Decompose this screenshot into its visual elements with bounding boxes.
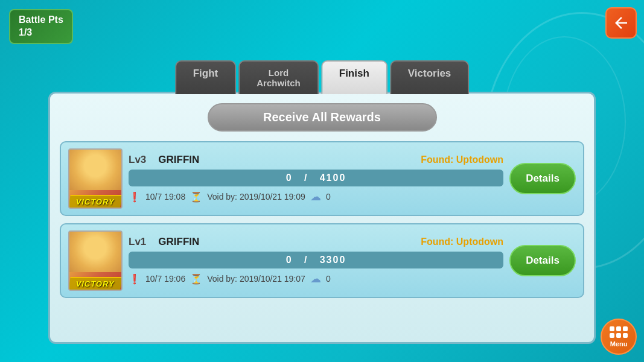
level-label-2: Lv1 (129, 236, 146, 248)
guild-name-2: GRIFFIN (158, 236, 199, 248)
back-icon (612, 14, 630, 32)
battle-meta-1: ❗ 10/7 19:08 ⏳ Void by: 2019/10/21 19:09… (129, 190, 503, 203)
progress-bar-1: 0 / 4100 (129, 170, 503, 186)
battle-info-1: Lv3 GRIFFIN Found: Uptodown 0 / 4100 ❗ 1… (129, 154, 503, 203)
battle-card-1: VICTORY Lv3 GRIFFIN Found: Uptodown 0 / … (60, 141, 584, 216)
battle-info-top-1: Lv3 GRIFFIN Found: Uptodown (129, 154, 503, 166)
cloud-count-1: 0 (326, 192, 331, 202)
details-button-1[interactable]: Details (509, 163, 576, 194)
menu-dots-icon (610, 326, 628, 338)
menu-label: Menu (610, 340, 628, 348)
timestamp-1: 10/7 19:08 (145, 192, 185, 202)
exclamation-icon-2: ❗ (129, 273, 141, 285)
tabs-container: Fight LordArchwitch Finish Victories (175, 60, 470, 94)
tab-victories[interactable]: Victories (390, 60, 470, 94)
cloud-count-2: 0 (326, 274, 331, 284)
character-portrait-1: VICTORY (68, 148, 123, 209)
progress-text-1: 0 / 4100 (286, 173, 346, 183)
cloud-icon-1: ☁ (310, 190, 321, 203)
found-label-2: Found: Uptodown (421, 237, 503, 247)
battle-pts-label: Battle Pts (19, 14, 63, 27)
void-by-1: Void by: 2019/10/21 19:09 (207, 192, 305, 202)
battle-meta-2: ❗ 10/7 19:06 ⏳ Void by: 2019/10/21 19:07… (129, 272, 503, 285)
exclamation-icon-1: ❗ (129, 191, 141, 203)
menu-button[interactable]: Menu (601, 319, 637, 355)
battle-info-2: Lv1 GRIFFIN Found: Uptodown 0 / 3300 ❗ 1… (129, 236, 503, 285)
battle-info-top-2: Lv1 GRIFFIN Found: Uptodown (129, 236, 503, 248)
tab-lord-archwitch[interactable]: LordArchwitch (238, 60, 319, 94)
cloud-icon-2: ☁ (310, 272, 321, 285)
tab-finish[interactable]: Finish (321, 60, 387, 94)
victory-banner-1: VICTORY (68, 195, 123, 208)
victory-banner-2: VICTORY (68, 277, 123, 290)
battle-pts-value: 1/3 (19, 27, 63, 39)
receive-all-rewards-button[interactable]: Receive All Rewards (208, 103, 437, 132)
hourglass-icon-1: ⏳ (190, 191, 202, 203)
main-panel: Receive All Rewards VICTORY Lv3 GRIFFIN … (48, 92, 596, 344)
hourglass-icon-2: ⏳ (190, 273, 202, 285)
void-by-2: Void by: 2019/10/21 19:07 (207, 274, 305, 284)
progress-bar-2: 0 / 3300 (129, 252, 503, 268)
progress-text-2: 0 / 3300 (286, 255, 346, 265)
tab-fight[interactable]: Fight (175, 60, 237, 94)
back-button[interactable] (605, 7, 637, 39)
level-label-1: Lv3 (129, 154, 146, 166)
found-label-1: Found: Uptodown (421, 154, 503, 165)
guild-name-1: GRIFFIN (158, 154, 199, 166)
battle-pts-badge: Battle Pts 1/3 (9, 9, 73, 44)
details-button-2[interactable]: Details (509, 245, 576, 276)
battle-card-2: VICTORY Lv1 GRIFFIN Found: Uptodown 0 / … (60, 223, 584, 298)
char-face-1 (69, 150, 121, 190)
timestamp-2: 10/7 19:06 (145, 274, 185, 284)
character-portrait-2: VICTORY (68, 230, 123, 291)
char-face-2 (69, 232, 121, 272)
